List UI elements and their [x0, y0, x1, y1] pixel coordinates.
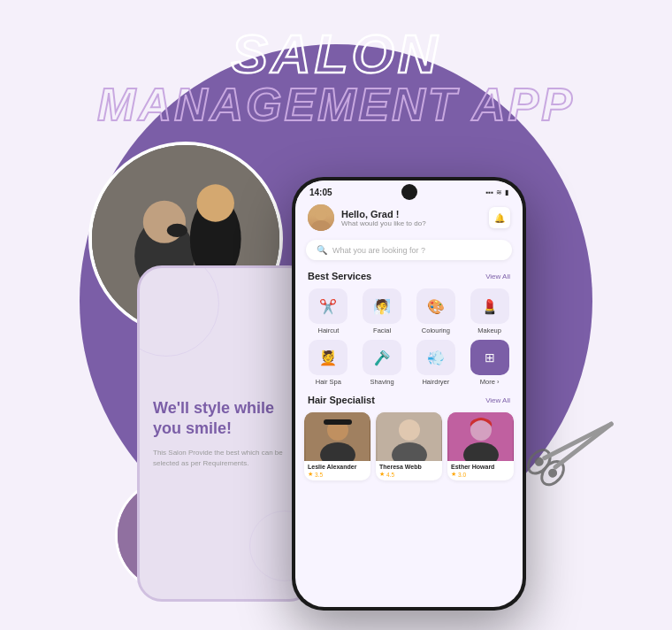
colouring-label: Colouring: [422, 327, 450, 334]
phone-screen: 14:05 ▪▪▪ ≋ ▮ Hello, Grad ! What would y…: [295, 181, 523, 607]
view-all-services[interactable]: View All: [485, 273, 510, 280]
best-services-title: Best Services: [308, 271, 371, 281]
back-phone-title: We'll style while you smile!: [153, 398, 298, 440]
search-icon: 🔍: [317, 245, 327, 255]
battery-icon: ▮: [505, 188, 508, 196]
hairspa-icon: 💆: [319, 350, 337, 366]
bell-icon: 🔔: [494, 213, 505, 223]
signal-icon: ▪▪▪: [485, 188, 493, 196]
phone-notch: [401, 184, 417, 200]
service-hairdryer[interactable]: 💨 Hairdryer: [412, 340, 461, 386]
service-haircut[interactable]: ✂️ Haircut: [304, 288, 353, 334]
svg-point-6: [167, 224, 187, 237]
star-icon-2: ★: [379, 471, 385, 478]
hairdryer-label: Hairdryer: [422, 378, 449, 386]
specialist-theresa-img: [376, 412, 442, 461]
specialist-section-header: Hair Specialist View All: [295, 391, 523, 409]
wifi-icon: ≋: [496, 188, 502, 196]
phone-main: 14:05 ▪▪▪ ≋ ▮ Hello, Grad ! What would y…: [292, 177, 526, 611]
makeup-label: Makeup: [477, 327, 501, 334]
svg-point-5: [197, 184, 234, 221]
svg-point-26: [546, 467, 559, 480]
back-phone-subtitle: This Salon Provide the best which can be…: [153, 448, 298, 469]
more-label: More ›: [480, 378, 500, 386]
makeup-icon-box: 💄: [470, 288, 509, 324]
status-time: 14:05: [309, 188, 332, 197]
star-icon: ★: [308, 471, 313, 478]
best-services-header: Best Services View All: [295, 267, 523, 285]
specialist-leslie[interactable]: Leslie Alexander ★ 3.5: [304, 412, 370, 480]
more-icon: ⊞: [485, 350, 495, 365]
svg-rect-15: [324, 419, 352, 425]
svg-point-11: [311, 220, 331, 231]
service-hairspa[interactable]: 💆 Hair Spa: [304, 340, 353, 386]
colouring-icon: 🎨: [427, 298, 445, 315]
search-bar[interactable]: 🔍 What you are looking for ?: [306, 240, 512, 260]
hairdryer-icon-box: 💨: [416, 340, 455, 375]
haircut-icon-box: ✂️: [309, 288, 347, 324]
svg-point-10: [315, 208, 327, 220]
app-title: SALON MANAGEMENT APP: [0, 27, 672, 127]
view-all-specialists[interactable]: View All: [485, 396, 510, 404]
specialist-title: Hair Specialist: [308, 395, 375, 405]
specialist-leslie-name: Leslie Alexander: [308, 464, 367, 470]
specialist-theresa-rating: ★ 4.5: [379, 471, 439, 478]
scissors-icon: ✂️: [319, 298, 337, 315]
hairspa-icon-box: 💆: [309, 340, 347, 375]
phone-back: We'll style while you smile! This Salon …: [137, 265, 314, 602]
service-colouring[interactable]: 🎨 Colouring: [412, 288, 461, 334]
haircut-label: Haircut: [317, 327, 339, 334]
greeting-sub-text: What would you like to do?: [341, 219, 489, 227]
specialist-esther-rating: ★ 3.0: [451, 471, 510, 478]
avatar: [308, 204, 334, 231]
service-facial[interactable]: 🧖 Facial: [358, 288, 407, 334]
specialist-cards: Leslie Alexander ★ 3.5 Theresa We: [295, 412, 523, 480]
specialist-leslie-info: Leslie Alexander ★ 3.5: [304, 461, 370, 480]
makeup-icon: 💄: [481, 298, 499, 315]
facial-icon: 🧖: [373, 298, 391, 315]
specialist-esther-name: Esther Howard: [451, 464, 510, 470]
title-line1: SALON: [0, 27, 672, 81]
theresa-rating-value: 4.5: [386, 472, 394, 478]
services-grid: ✂️ Haircut 🧖 Facial 🎨 Colouring 💄 Makeup…: [295, 285, 523, 388]
phone-header: Hello, Grad ! What would you like to do?…: [295, 201, 523, 238]
search-placeholder-text: What you are looking for ?: [332, 246, 425, 255]
svg-point-17: [399, 419, 420, 441]
colouring-icon-box: 🎨: [416, 288, 455, 324]
shaving-icon-box: 🪒: [363, 340, 401, 375]
more-icon-box: ⊞: [470, 340, 509, 375]
specialist-leslie-img: [304, 412, 370, 461]
notification-button[interactable]: 🔔: [489, 207, 510, 228]
specialist-leslie-rating: ★ 3.5: [308, 471, 367, 478]
service-makeup[interactable]: 💄 Makeup: [465, 288, 514, 334]
header-text: Hello, Grad ! What would you like to do?: [341, 209, 489, 227]
greeting-text: Hello, Grad !: [341, 209, 489, 219]
leslie-rating-value: 3.5: [315, 472, 323, 478]
hairdryer-icon: 💨: [427, 350, 445, 366]
service-shaving[interactable]: 🪒 Shaving: [358, 340, 407, 386]
shaving-label: Shaving: [370, 378, 394, 386]
specialist-esther-info: Esther Howard ★ 3.0: [447, 461, 514, 480]
facial-label: Facial: [373, 327, 391, 334]
status-icons: ▪▪▪ ≋ ▮: [485, 188, 508, 196]
facial-icon-box: 🧖: [363, 288, 401, 324]
shaving-icon: 🪒: [373, 350, 391, 366]
service-more[interactable]: ⊞ More ›: [465, 340, 514, 386]
specialist-theresa[interactable]: Theresa Webb ★ 4.5: [376, 412, 442, 480]
star-icon-3: ★: [451, 471, 456, 478]
specialist-theresa-info: Theresa Webb ★ 4.5: [376, 461, 442, 480]
specialist-esther-img: [447, 412, 514, 461]
hairspa-label: Hair Spa: [316, 378, 341, 386]
specialist-theresa-name: Theresa Webb: [379, 464, 439, 470]
title-line2: MANAGEMENT APP: [0, 81, 672, 127]
esther-rating-value: 3.0: [458, 472, 466, 478]
